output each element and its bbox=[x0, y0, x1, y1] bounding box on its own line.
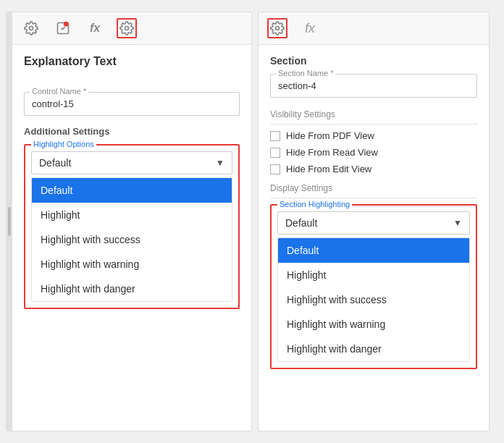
highlight-options-wrapper: Highlight Options Default ▼ Default High… bbox=[24, 144, 240, 309]
checkbox-pdf-box[interactable] bbox=[270, 131, 280, 141]
right-toolbar: fx bbox=[259, 12, 489, 45]
section-name-label: Section Name * bbox=[276, 69, 335, 77]
visibility-title: Visibility Settings bbox=[270, 109, 477, 125]
checkbox-edit: Hide From Edit View bbox=[270, 164, 477, 174]
left-panel: fx Explanatory Text Control Name * bbox=[6, 12, 252, 431]
section-highlight-success[interactable]: Highlight with success bbox=[278, 287, 469, 312]
checkbox-read: Hide From Read View bbox=[270, 147, 477, 158]
fx-label: fx bbox=[90, 22, 100, 35]
section-highlighting-list: Default Highlight Highlight with success… bbox=[277, 237, 470, 362]
section-highlighting-select[interactable]: Default ▼ bbox=[277, 211, 470, 235]
section-highlighting-legend: Section Highlighting bbox=[277, 200, 352, 208]
left-content: Explanatory Text Control Name * Addition… bbox=[12, 45, 251, 431]
additional-settings-title: Additional Settings bbox=[24, 126, 240, 137]
right-panel: fx Section Section Name * Visibility Set… bbox=[258, 12, 490, 431]
checkbox-icon[interactable] bbox=[53, 18, 73, 38]
dropdown-arrow-icon: ▼ bbox=[216, 158, 224, 168]
svg-point-4 bbox=[276, 27, 280, 30]
svg-point-2 bbox=[64, 22, 69, 27]
highlight-option-warning[interactable]: Highlight with warning bbox=[32, 252, 232, 277]
scroll-indicator bbox=[8, 207, 11, 236]
section-highlight-danger[interactable]: Highlight with danger bbox=[278, 337, 469, 361]
right-content: Section Section Name * Visibility Settin… bbox=[259, 45, 489, 431]
highlight-options-list: Default Highlight Highlight with success… bbox=[31, 177, 232, 302]
section-highlight-highlight[interactable]: Highlight bbox=[278, 263, 469, 287]
section-highlighting-arrow-icon: ▼ bbox=[453, 218, 462, 228]
right-fx-label[interactable]: fx bbox=[305, 21, 315, 36]
checkbox-edit-box[interactable] bbox=[270, 164, 280, 174]
display-section: Display Settings Section Highlighting De… bbox=[270, 183, 477, 369]
highlight-option-default[interactable]: Default bbox=[32, 178, 232, 203]
checkbox-read-label: Hide From Read View bbox=[286, 147, 378, 158]
svg-point-3 bbox=[125, 27, 129, 30]
scroll-edge bbox=[7, 12, 12, 431]
section-highlight-warning[interactable]: Highlight with warning bbox=[278, 312, 469, 337]
control-name-label: Control Name * bbox=[30, 87, 88, 96]
highlight-options-legend: Highlight Options bbox=[31, 140, 96, 148]
svg-point-0 bbox=[30, 27, 33, 30]
control-name-group: Control Name * bbox=[24, 78, 240, 116]
highlight-options-value: Default bbox=[39, 157, 71, 169]
checkbox-pdf: Hide From PDF View bbox=[270, 130, 477, 141]
checkbox-read-box[interactable] bbox=[270, 148, 280, 158]
fx-icon[interactable]: fx bbox=[85, 18, 105, 38]
section-highlighting-wrapper: Section Highlighting Default ▼ Default H… bbox=[270, 204, 477, 369]
right-gear-icon[interactable] bbox=[267, 18, 287, 38]
gear-icon-1[interactable] bbox=[21, 18, 41, 38]
section-highlighting-value: Default bbox=[285, 217, 317, 229]
gear-icon-active[interactable] bbox=[117, 18, 137, 38]
display-title: Display Settings bbox=[270, 183, 477, 198]
highlight-option-success[interactable]: Highlight with success bbox=[32, 227, 232, 252]
section-name-group: Section Name * bbox=[270, 74, 477, 98]
highlight-options-select[interactable]: Default ▼ bbox=[31, 151, 232, 174]
section-header: Section bbox=[270, 55, 477, 67]
highlight-option-danger[interactable]: Highlight with danger bbox=[32, 277, 232, 301]
section-highlight-default[interactable]: Default bbox=[278, 238, 469, 263]
checkbox-pdf-label: Hide From PDF View bbox=[286, 130, 374, 141]
visibility-section: Visibility Settings Hide From PDF View H… bbox=[270, 109, 477, 174]
checkbox-edit-label: Hide From Edit View bbox=[286, 164, 371, 174]
highlight-option-highlight[interactable]: Highlight bbox=[32, 203, 232, 227]
panel-title: Explanatory Text bbox=[24, 55, 240, 68]
left-toolbar: fx bbox=[12, 12, 251, 45]
